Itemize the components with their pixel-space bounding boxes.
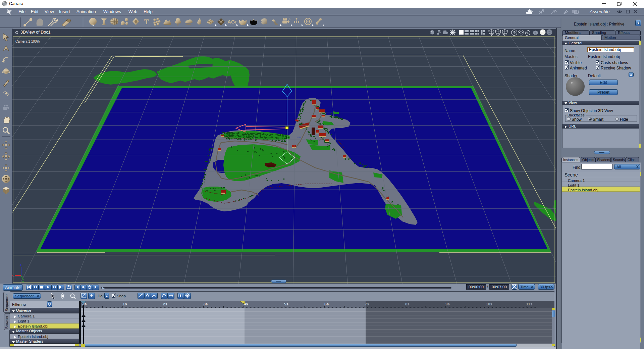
- svg-text:5s: 5s: [284, 302, 288, 306]
- svg-text:7s: 7s: [365, 302, 369, 306]
- svg-text:3s: 3s: [203, 302, 208, 306]
- svg-text:T: T: [144, 17, 149, 26]
- svg-text:9s: 9s: [445, 302, 450, 306]
- svg-text:2s: 2s: [163, 302, 167, 306]
- svg-text:8s: 8s: [405, 302, 410, 306]
- svg-text:AGr: AGr: [227, 19, 236, 24]
- svg-text:10s: 10s: [486, 302, 492, 306]
- svg-text:11s: 11s: [526, 302, 533, 306]
- svg-text:Camera 1 100%: Camera 1 100%: [15, 40, 40, 43]
- svg-text:6s: 6s: [324, 302, 329, 306]
- svg-text:1s: 1s: [123, 302, 127, 306]
- svg-text:Z: Z: [20, 263, 21, 266]
- svg-text:Y: Y: [22, 281, 24, 284]
- svg-text:VLW: VLW: [297, 136, 301, 138]
